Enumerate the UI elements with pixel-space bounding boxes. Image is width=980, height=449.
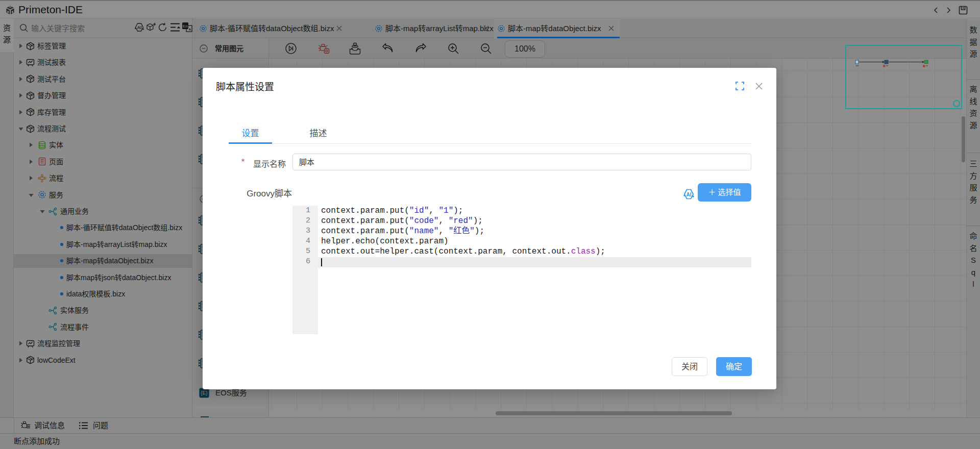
svg-text:AI: AI bbox=[687, 192, 692, 197]
